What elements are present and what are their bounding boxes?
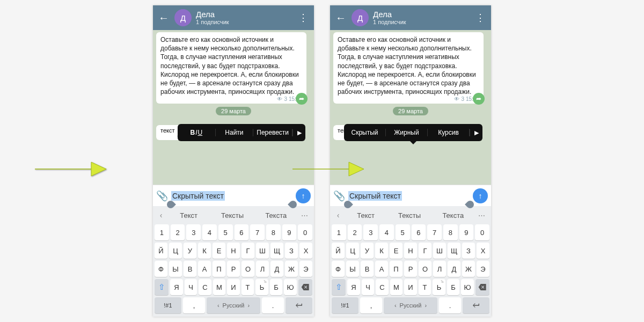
- menu-translate[interactable]: Перевести: [253, 129, 292, 136]
- key-backspace[interactable]: [475, 279, 489, 295]
- suggestion-1[interactable]: Текст: [167, 211, 210, 219]
- key-О[interactable]: О: [419, 261, 431, 277]
- menu-find[interactable]: Найти: [216, 129, 254, 136]
- avatar[interactable]: Д: [352, 9, 369, 26]
- key-Ш[interactable]: Ш: [433, 243, 446, 259]
- key-Ю[interactable]: Ю: [461, 279, 474, 295]
- send-button[interactable]: ↑: [296, 188, 311, 203]
- key-В[interactable]: В: [184, 261, 196, 277]
- key-Р[interactable]: Р: [227, 261, 240, 277]
- send-button[interactable]: ↑: [473, 188, 488, 203]
- key-С[interactable]: С: [376, 279, 389, 295]
- key-8[interactable]: 8: [443, 224, 458, 240]
- attach-icon[interactable]: 📎: [156, 190, 168, 202]
- menu-hidden[interactable]: Скрытый: [344, 129, 386, 136]
- key-5[interactable]: 5: [218, 224, 233, 240]
- share-icon[interactable]: ➦: [473, 93, 485, 105]
- key-Д[interactable]: Д: [448, 261, 460, 277]
- key-Ч[interactable]: Ч: [362, 279, 375, 295]
- key-symbols[interactable]: !#1: [332, 297, 358, 313]
- key-П[interactable]: П: [213, 261, 225, 277]
- key-shift[interactable]: ⇧: [155, 279, 169, 295]
- key-0[interactable]: 0: [298, 224, 312, 240]
- key-6[interactable]: 6: [235, 224, 249, 240]
- key-М[interactable]: М: [390, 279, 403, 295]
- key-9[interactable]: 9: [459, 224, 474, 240]
- key-П[interactable]: П: [390, 261, 402, 277]
- share-icon[interactable]: ➦: [296, 93, 308, 105]
- key-И[interactable]: И: [404, 279, 417, 295]
- key-enter[interactable]: [286, 297, 312, 313]
- key-Е[interactable]: Е: [213, 243, 225, 259]
- key-Ф[interactable]: Ф: [155, 261, 167, 277]
- menu-more-icon[interactable]: ▶: [470, 129, 482, 136]
- key-Я[interactable]: Я: [170, 279, 183, 295]
- key-Б[interactable]: Б: [270, 279, 283, 295]
- key-Н[interactable]: Н: [227, 243, 240, 259]
- key-А[interactable]: А: [375, 261, 388, 277]
- sugg-more-icon[interactable]: ⋯: [298, 211, 312, 219]
- suggestion-3[interactable]: Текста: [431, 211, 475, 219]
- key-В[interactable]: В: [361, 261, 374, 277]
- menu-format[interactable]: BIU: [178, 129, 216, 136]
- key-З[interactable]: З: [285, 243, 298, 259]
- key-1[interactable]: 1: [155, 224, 169, 240]
- key-У[interactable]: У: [184, 243, 196, 259]
- key-О[interactable]: О: [241, 261, 254, 277]
- key-language[interactable]: ‹Русский›: [207, 297, 260, 313]
- message-input[interactable]: Скрытый текст: [348, 191, 470, 201]
- key-6[interactable]: 6: [412, 224, 426, 240]
- message-bubble[interactable]: Оставьте его как основной источник и доб…: [333, 32, 484, 104]
- key-Ж[interactable]: Ж: [462, 261, 475, 277]
- key-К[interactable]: К: [198, 243, 211, 259]
- key-Х[interactable]: Х: [299, 243, 312, 259]
- more-icon[interactable]: ⋮: [474, 12, 487, 24]
- key-9[interactable]: 9: [282, 224, 297, 240]
- key-Щ[interactable]: Щ: [448, 243, 460, 259]
- key-7[interactable]: 7: [427, 224, 442, 240]
- key-Ь[interactable]: ЬЪ: [433, 279, 445, 295]
- key-shift[interactable]: ⇧: [332, 279, 346, 295]
- key-Ч[interactable]: Ч: [185, 279, 197, 295]
- key-Н[interactable]: Н: [404, 243, 417, 259]
- key-enter[interactable]: [463, 297, 489, 313]
- key-Ь[interactable]: ЬЪ: [255, 279, 268, 295]
- key-Ц[interactable]: Ц: [169, 243, 182, 259]
- sugg-more-icon[interactable]: ⋯: [475, 211, 489, 219]
- key-Ю[interactable]: Ю: [284, 279, 297, 295]
- key-Л[interactable]: Л: [433, 261, 446, 277]
- key-comma[interactable]: ,: [360, 297, 382, 313]
- key-Ш[interactable]: Ш: [256, 243, 269, 259]
- suggestion-3[interactable]: Текста: [254, 211, 298, 219]
- key-1[interactable]: 1: [332, 224, 346, 240]
- key-А[interactable]: А: [198, 261, 211, 277]
- key-Т[interactable]: Т: [241, 279, 254, 295]
- key-Э[interactable]: Э: [299, 261, 312, 277]
- message-input[interactable]: Скрытый текст: [171, 191, 292, 201]
- sugg-collapse-icon[interactable]: ‹: [155, 211, 167, 219]
- key-И[interactable]: И: [227, 279, 240, 295]
- key-4[interactable]: 4: [379, 224, 394, 240]
- menu-bold[interactable]: Жирный: [386, 129, 428, 136]
- back-icon[interactable]: ←: [157, 12, 170, 24]
- menu-more-icon[interactable]: ▶: [292, 129, 305, 136]
- sugg-collapse-icon[interactable]: ‹: [332, 211, 344, 219]
- key-М[interactable]: М: [213, 279, 226, 295]
- key-Е[interactable]: Е: [390, 243, 402, 259]
- suggestion-2[interactable]: Тексты: [387, 211, 431, 219]
- suggestion-2[interactable]: Тексты: [210, 211, 254, 219]
- key-Б[interactable]: Б: [447, 279, 460, 295]
- key-Ы[interactable]: Ы: [346, 261, 359, 277]
- key-0[interactable]: 0: [475, 224, 489, 240]
- key-Й[interactable]: Й: [155, 243, 167, 259]
- key-comma[interactable]: ,: [183, 297, 205, 313]
- chat-title-block[interactable]: Дела 1 подписчик: [373, 10, 474, 26]
- key-7[interactable]: 7: [250, 224, 265, 240]
- key-4[interactable]: 4: [202, 224, 217, 240]
- avatar[interactable]: Д: [174, 9, 192, 26]
- key-Г[interactable]: Г: [419, 243, 431, 259]
- key-Ы[interactable]: Ы: [169, 261, 182, 277]
- key-Л[interactable]: Л: [256, 261, 269, 277]
- key-5[interactable]: 5: [396, 224, 410, 240]
- key-Т[interactable]: Т: [419, 279, 431, 295]
